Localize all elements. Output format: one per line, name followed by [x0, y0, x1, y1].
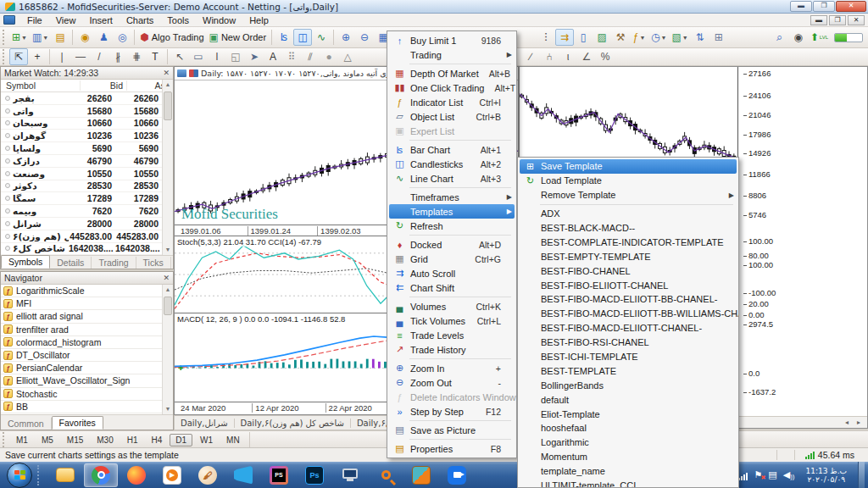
tab-details[interactable]: Details — [50, 257, 92, 269]
indicator-window-icon[interactable]: ▧▼ — [669, 29, 690, 46]
photoshop-icon[interactable]: Ps — [298, 463, 331, 487]
horizontal-line-icon[interactable]: — — [71, 48, 90, 65]
market-watch-row[interactable]: دکوثر2853028530 — [1, 180, 162, 193]
menu-item-object-list[interactable]: ▱Object ListCtrl+B — [389, 109, 515, 124]
more-shapes-icon[interactable]: % — [596, 48, 615, 65]
column-symbol[interactable]: Symbol — [1, 80, 80, 91]
search-icon[interactable]: ⌕ — [771, 29, 789, 46]
equidistant-channel-icon[interactable]: ∦ — [108, 48, 127, 65]
menu-item-delete-indicators-window[interactable]: ƒDelete Indicators Window — [389, 390, 515, 404]
gann-line-icon[interactable]: ∕ — [521, 48, 540, 65]
template-item-best-template[interactable]: BEST-TEMPLATE — [520, 363, 737, 378]
step-icon[interactable]: ⇅ — [691, 29, 709, 46]
angle-icon[interactable]: ∠ — [577, 48, 596, 65]
column-bid[interactable]: Bid — [80, 80, 126, 91]
market-watch-row[interactable]: شرانل2800028000 — [1, 218, 162, 230]
button-icon[interactable]: ◱ — [226, 48, 245, 65]
close-icon[interactable]: ✕ — [163, 274, 170, 282]
cursor-icon[interactable]: ⇱ — [9, 48, 28, 65]
template-item-template-name[interactable]: template_name — [520, 464, 737, 479]
menubar-item-window[interactable]: Window — [196, 14, 242, 26]
menu-item-candlesticks[interactable]: ◫CandlesticksAlt+2 — [389, 157, 515, 171]
firefox-icon[interactable] — [120, 463, 153, 487]
label-icon[interactable]: ▭ — [189, 48, 208, 65]
template-item-bollingerbands[interactable]: BollingerBands — [520, 378, 737, 392]
bar-chart-icon[interactable]: ʪ — [275, 29, 293, 46]
menu-item-grid[interactable]: ▦GridCtrl+G — [389, 252, 515, 266]
parallel-lines-icon[interactable]: ⫽ — [301, 48, 320, 65]
close-button[interactable]: ✕ — [836, 1, 866, 12]
template-item-best-fibo-chanel[interactable]: BEST-FIBO-CHANEL — [520, 263, 737, 278]
navigator-item[interactable]: ƒPersianCalendar — [1, 362, 162, 374]
template-item-adx[interactable]: ADX — [520, 207, 737, 221]
start-button[interactable] — [7, 463, 32, 488]
volume-icon[interactable]: ◀)) — [783, 469, 795, 480]
menubar-item-tools[interactable]: Tools — [160, 14, 196, 26]
navigator-item[interactable]: ƒMFI — [1, 297, 162, 310]
menu-item-step-by-step[interactable]: »Step by StepF12 — [389, 404, 515, 419]
navigator-item[interactable]: ƒLogarithmicScale — [1, 285, 162, 297]
menu-item-refresh[interactable]: ↻Refresh — [389, 219, 515, 233]
crosshair-icon[interactable]: + — [28, 48, 47, 65]
restore-button[interactable]: ❐ — [813, 1, 835, 12]
zoom-out-icon[interactable]: ⊖ — [355, 29, 374, 46]
menu-item-tick-volumes[interactable]: ▄Tick VolumesCtrl+L — [389, 313, 515, 328]
3d-box-icon[interactable] — [404, 463, 438, 487]
market-watch-row[interactable]: وصنعت1055010550 — [1, 168, 162, 180]
tools-icon[interactable]: ⚒ — [611, 29, 630, 46]
split-window-icon[interactable]: ▯ — [574, 29, 593, 46]
triangle-icon[interactable]: △ — [338, 48, 357, 65]
market-watch-row[interactable]: سمگا1728917289 — [1, 192, 162, 205]
template-item-momentum[interactable]: Momentum — [520, 450, 737, 464]
template-item-best-ichi-template[interactable]: BEST-ICHI-TEMPLATE — [520, 350, 737, 364]
menu-item-trading[interactable]: Trading▶ — [389, 47, 515, 62]
pitchfork-icon[interactable]: ⑃ — [540, 48, 559, 65]
metaeditor-icon[interactable]: ƒ▼ — [630, 29, 648, 46]
text-icon[interactable]: T — [146, 48, 164, 65]
alarm-icon[interactable]: ◷▼ — [648, 29, 669, 46]
market-watch-row[interactable]: درازک4679046790 — [1, 155, 162, 168]
close-icon[interactable]: ✕ — [163, 69, 170, 77]
menu-item-depth-of-market[interactable]: ▦Depth Of MarketAlt+B — [389, 66, 515, 80]
navigator-item[interactable]: ƒDT_Oscillator — [1, 349, 162, 362]
level-icon[interactable]: ⬆LVL — [808, 29, 831, 46]
tab-favorites[interactable]: Favorites — [52, 416, 103, 430]
template-item-ultimit-template-cci[interactable]: ULTIMIT-template_CCI — [520, 479, 737, 488]
navigator-item[interactable]: ƒcolormacd_histogram — [1, 336, 162, 349]
market-watch-row[interactable]: ولسایا56905690 — [1, 142, 162, 155]
chart-tab[interactable]: شاخص کل (هم وزن)۶,Daily — [235, 419, 351, 428]
menubar-item-help[interactable]: Help — [242, 14, 275, 26]
period-mn[interactable]: MN — [220, 434, 246, 446]
picture-icon[interactable]: ▨ — [593, 29, 611, 46]
my-computer-icon[interactable] — [333, 463, 367, 487]
explorer-icon[interactable] — [48, 463, 82, 487]
menu-item-trade-history[interactable]: ↗Trade History — [389, 342, 515, 357]
template-item-eliot-template[interactable]: Eliot-Template — [520, 407, 737, 421]
alerts-icon[interactable]: ◎ — [113, 29, 131, 46]
mdi-close-button[interactable]: ✕ — [848, 15, 865, 25]
phpstorm-icon[interactable]: PS — [262, 463, 296, 487]
menu-item-templates[interactable]: Templates▶ — [389, 204, 515, 219]
template-item-best-fibo-macd-eliiott-bb-chanel-[interactable]: BEST-FIBO-MACD-ELIIOTT-BB-CHANEL- — [520, 292, 737, 307]
ellipse-icon[interactable]: ● — [320, 48, 338, 65]
template-item-best-fibo-macd-eliiott-bb-williams-chanel-[interactable]: BEST-FIBO-MACD-ELIIOTT-BB-WILLIAMS-CHANE… — [520, 307, 737, 321]
history-center-icon[interactable]: ◉ — [75, 29, 94, 46]
market-watch-row[interactable]: بفجر2626026260 — [1, 92, 162, 105]
minimize-button[interactable]: ▬ — [790, 1, 812, 12]
template-item-save-template[interactable]: ⊞Save Template — [520, 159, 737, 174]
line-chart-icon[interactable]: ∿ — [312, 29, 331, 46]
trendline-icon[interactable]: / — [90, 48, 108, 65]
save-icon[interactable]: ⊞ — [709, 29, 728, 46]
menu-item-bar-chart[interactable]: ʪBar ChartAlt+1 — [389, 142, 515, 157]
menu-item-trade-levels[interactable]: ≡Trade Levels — [389, 328, 515, 342]
menubar-item-charts[interactable]: Charts — [120, 14, 160, 26]
cycle-lines-icon[interactable]: ι — [559, 48, 577, 65]
period-m1[interactable]: M1 — [10, 434, 34, 446]
show-desktop-button[interactable] — [858, 462, 865, 488]
menubar-item-view[interactable]: View — [49, 14, 83, 26]
template-item-best-fibo-rsi-chanel[interactable]: BEST-FIBO-RSI-CHANEL — [520, 336, 737, 350]
menu-item-zoom-out[interactable]: ⊖Zoom Out- — [389, 375, 515, 390]
menubar-item-insert[interactable]: Insert — [82, 14, 120, 26]
market-watch-row[interactable]: شاخص کل۶1642038....1642038.... — [1, 243, 162, 255]
mdi-restore-button[interactable]: ❐ — [829, 15, 846, 25]
